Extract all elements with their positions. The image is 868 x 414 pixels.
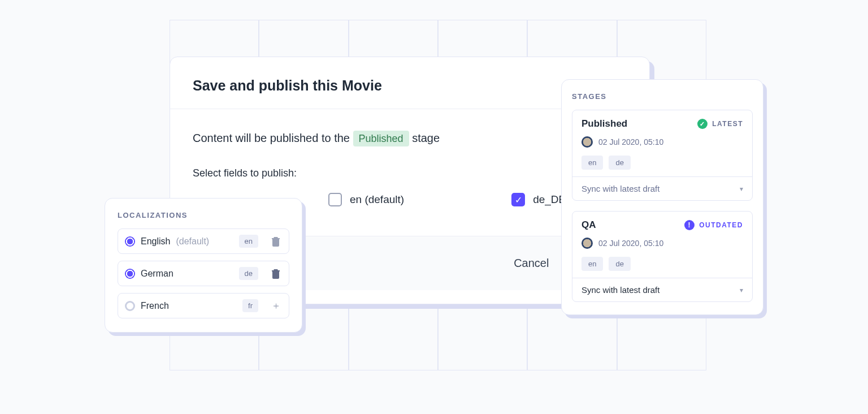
publish-line-before: Content will be published to the bbox=[193, 132, 353, 144]
chevron-down-icon: ▾ bbox=[740, 286, 743, 294]
localization-row-en[interactable]: English (default) en bbox=[118, 228, 289, 254]
stage-badge: Published bbox=[353, 131, 409, 146]
publish-line-after: stage bbox=[412, 132, 440, 144]
alert-circle-icon: ! bbox=[684, 220, 695, 230]
sync-label: Sync with latest draft bbox=[581, 285, 659, 295]
loc-de-code: de bbox=[239, 267, 258, 280]
checkbox-empty-icon bbox=[328, 193, 342, 206]
stage-langs: en de bbox=[581, 156, 743, 170]
cancel-button[interactable]: Cancel bbox=[508, 249, 554, 278]
lang-chip: de bbox=[609, 156, 630, 170]
status-pill-latest: ✓ LATEST bbox=[697, 119, 743, 129]
radio-off-icon bbox=[125, 301, 135, 311]
localizations-title: LOCALIZATIONS bbox=[118, 211, 289, 219]
trash-icon[interactable] bbox=[270, 235, 282, 248]
lang-chip: de bbox=[609, 257, 630, 271]
status-label: OUTDATED bbox=[699, 221, 743, 229]
stage-meta: 02 Jul 2020, 05:10 bbox=[581, 136, 743, 148]
stage-meta: 02 Jul 2020, 05:10 bbox=[581, 238, 743, 249]
stage-name: Published bbox=[581, 118, 627, 130]
checkbox-en-label: en (default) bbox=[350, 193, 404, 206]
chevron-down-icon: ▾ bbox=[740, 185, 743, 193]
stages-title: STAGES bbox=[572, 92, 753, 101]
loc-fr-name: French bbox=[141, 301, 169, 311]
checkbox-en[interactable]: en (default) bbox=[328, 193, 404, 206]
avatar bbox=[581, 238, 593, 249]
sync-dropdown[interactable]: Sync with latest draft ▾ bbox=[572, 278, 752, 301]
check-circle-icon: ✓ bbox=[697, 119, 708, 129]
loc-de-name: German bbox=[141, 269, 173, 279]
stage-card-published: Published ✓ LATEST 02 Jul 2020, 05:10 en… bbox=[572, 110, 753, 201]
loc-fr-code: fr bbox=[242, 299, 258, 312]
localization-row-fr[interactable]: French fr ＋ bbox=[118, 293, 289, 318]
lang-chip: en bbox=[581, 257, 603, 271]
lang-chip: en bbox=[581, 156, 603, 170]
stage-langs: en de bbox=[581, 257, 743, 271]
stage-timestamp: 02 Jul 2020, 05:10 bbox=[598, 137, 663, 146]
stage-timestamp: 02 Jul 2020, 05:10 bbox=[598, 239, 663, 248]
localization-row-de[interactable]: German de bbox=[118, 261, 289, 286]
avatar bbox=[581, 136, 593, 148]
radio-on-icon bbox=[125, 269, 135, 279]
loc-en-code: en bbox=[239, 235, 258, 248]
sync-label: Sync with latest draft bbox=[581, 184, 659, 193]
status-pill-outdated: ! OUTDATED bbox=[684, 220, 743, 230]
plus-icon[interactable]: ＋ bbox=[270, 300, 282, 312]
status-label: LATEST bbox=[712, 120, 743, 128]
checkbox-checked-icon: ✓ bbox=[511, 193, 525, 206]
trash-icon[interactable] bbox=[270, 268, 282, 280]
loc-en-default: (default) bbox=[176, 236, 209, 247]
stages-panel: STAGES Published ✓ LATEST 02 Jul 2020, 0… bbox=[561, 79, 763, 315]
localizations-panel: LOCALIZATIONS English (default) en Germa… bbox=[105, 198, 302, 333]
sync-dropdown[interactable]: Sync with latest draft ▾ bbox=[572, 176, 752, 200]
loc-en-name: English bbox=[141, 236, 170, 247]
stage-name: QA bbox=[581, 219, 596, 231]
stage-card-qa: QA ! OUTDATED 02 Jul 2020, 05:10 en de S… bbox=[572, 211, 753, 302]
radio-on-icon bbox=[125, 236, 135, 247]
checkbox-de[interactable]: ✓ de_DE bbox=[511, 193, 566, 206]
